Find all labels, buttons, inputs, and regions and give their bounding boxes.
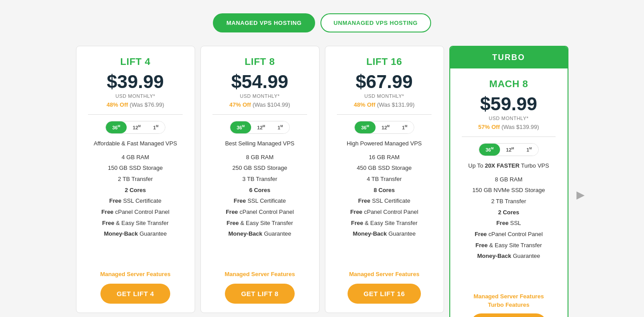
plan-lift4-features: 4 GB RAM 150 GB SSD Storage 2 TB Transfe… <box>97 152 174 240</box>
plan-lift8-was: (Was $104.99) <box>252 101 290 108</box>
plan-lift8-managed-link[interactable]: Managed Server Features <box>224 271 295 277</box>
plan-lift4-period: USD MONTHLY* <box>116 93 156 99</box>
plan-lift8-title: LIFT 8 <box>245 56 275 68</box>
list-item: Free cPanel Control Panel <box>226 207 294 218</box>
plan-lift16-billing: 36M 12M 1M <box>354 121 414 134</box>
list-item: Money-Back Guarantee <box>350 229 418 240</box>
plan-mach8-turbo-link[interactable]: Turbo Features <box>488 301 530 308</box>
list-item: Free & Easy Site Transfer <box>226 218 294 229</box>
plan-mach8-billing-12m[interactable]: 12M <box>500 144 520 156</box>
plan-mach8-period: USD MONTHLY* <box>489 116 529 121</box>
list-item: 8 GB RAM <box>226 152 294 163</box>
list-item: 4 TB Transfer <box>350 174 418 185</box>
plan-mach8-title: MACH 8 <box>489 78 528 90</box>
list-item: 250 GB SSD Storage <box>226 163 294 174</box>
plan-lift4-price: $39.99 <box>107 71 164 92</box>
list-item: Free SSL Certificate <box>350 196 418 207</box>
plan-lift16-off: 48% Off <box>354 101 375 108</box>
list-item: 8 Cores <box>350 185 418 196</box>
plan-mach8-was: (Was $139.99) <box>501 124 539 130</box>
plan-mach8-tagline-prefix: Up To <box>468 162 485 169</box>
plan-lift8-price: $54.99 <box>231 71 288 92</box>
hosting-type-tabs: MANAGED VPS HOSTING UNMANAGED VPS HOSTIN… <box>213 13 431 32</box>
plan-mach8-discount: 57% Off (Was $139.99) <box>478 124 539 130</box>
list-item: 16 GB RAM <box>350 152 418 163</box>
plan-lift8-features: 8 GB RAM 250 GB SSD Storage 3 TB Transfe… <box>221 152 298 240</box>
list-item: 8 GB RAM <box>472 174 545 185</box>
plan-lift8-off: 47% Off <box>229 101 251 108</box>
plan-lift16-was: (Was $131.99) <box>377 101 415 108</box>
plan-lift4: LIFT 4 $39.99 USD MONTHLY* 48% Off (Was … <box>76 46 195 313</box>
plan-lift4-title: LIFT 4 <box>120 56 151 68</box>
plan-mach8-billing-36m[interactable]: 36M <box>479 144 500 156</box>
plan-lift4-billing: 36M 12M 1M <box>105 121 165 134</box>
list-item: 150 GB SSD Storage <box>101 163 169 174</box>
list-item: Free cPanel Control Panel <box>350 207 418 218</box>
plan-lift4-tagline: Affordable & Fast Managed VPS <box>87 140 184 147</box>
list-item: 450 GB SSD Storage <box>350 163 418 174</box>
plan-lift8-divider <box>212 114 307 115</box>
plan-mach8-tagline: Up To 20X FASTER Turbo VPS <box>461 162 556 169</box>
list-item: Free cPanel Control Panel <box>101 207 169 218</box>
plan-mach8-managed-link[interactable]: Managed Server Features <box>473 293 544 300</box>
managed-vps-tab[interactable]: MANAGED VPS HOSTING <box>213 13 315 32</box>
list-item: 2 Cores <box>472 207 545 218</box>
list-item: Free & Easy Site Transfer <box>101 218 169 229</box>
next-arrow[interactable]: ▶ <box>576 189 584 201</box>
list-item: 3 TB Transfer <box>226 174 294 185</box>
plan-lift4-billing-12m[interactable]: 12M <box>127 121 147 133</box>
list-item: Free SSL Certificate <box>226 196 294 207</box>
list-item: Free SSL <box>472 218 545 229</box>
list-item: Free & Easy Site Transfer <box>472 240 545 251</box>
plan-lift4-billing-1m[interactable]: 1M <box>147 121 165 133</box>
list-item: 2 TB Transfer <box>472 196 545 207</box>
turbo-banner: TURBO <box>450 47 568 68</box>
plan-lift4-was: (Was $76.99) <box>130 101 164 108</box>
list-item: Money-Back Guarantee <box>226 229 294 240</box>
plan-lift16-billing-1m[interactable]: 1M <box>396 121 414 133</box>
list-item: Free & Easy Site Transfer <box>350 218 418 229</box>
plan-lift4-discount: 48% Off (Was $76.99) <box>107 101 164 108</box>
plan-lift8-billing-36m[interactable]: 36M <box>230 121 251 133</box>
plan-lift4-cta[interactable]: GET LIFT 4 <box>100 284 170 304</box>
plan-lift16-period: USD MONTHLY* <box>364 93 404 99</box>
plan-lift4-divider <box>88 114 183 115</box>
plan-lift16-title: LIFT 16 <box>366 56 402 68</box>
plan-lift16-billing-36m[interactable]: 36M <box>355 121 375 133</box>
unmanaged-vps-tab[interactable]: UNMANAGED VPS HOSTING <box>320 13 431 32</box>
plan-lift4-billing-36m[interactable]: 36M <box>106 121 126 133</box>
list-item: Money-Back Guarantee <box>472 251 545 262</box>
plan-lift16: LIFT 16 $67.99 USD MONTHLY* 48% Off (Was… <box>325 46 444 313</box>
list-item: Free SSL Certificate <box>101 196 169 207</box>
plan-mach8-off: 57% Off <box>478 124 500 130</box>
plan-lift8-billing-1m[interactable]: 1M <box>272 121 289 133</box>
plan-lift4-managed-link[interactable]: Managed Server Features <box>100 271 170 277</box>
plan-lift8-billing: 36M 12M 1M <box>230 121 289 134</box>
plan-mach8-price: $59.99 <box>480 93 537 115</box>
list-item: Free cPanel Control Panel <box>472 229 545 240</box>
plan-lift8-tagline: Best Selling Managed VPS <box>218 140 301 147</box>
plan-mach8-tagline-suffix: Turbo VPS <box>520 162 549 169</box>
plan-mach8-billing: 36M 12M 1M <box>479 143 538 156</box>
plan-lift8-cta[interactable]: GET LIFT 8 <box>225 284 294 304</box>
plan-mach8-tagline-bold: 20X FASTER <box>485 162 520 169</box>
list-item: 150 GB NVMe SSD Storage <box>472 185 545 196</box>
plan-mach8-divider <box>462 136 556 137</box>
plan-mach8: TURBO MACH 8 $59.99 USD MONTHLY* 57% Off… <box>449 46 568 317</box>
plan-mach8-features: 8 GB RAM 150 GB NVMe SSD Storage 2 TB Tr… <box>468 174 549 262</box>
list-item: Money-Back Guarantee <box>101 229 169 240</box>
plan-mach8-billing-1m[interactable]: 1M <box>520 144 538 156</box>
plan-lift16-discount: 48% Off (Was $131.99) <box>354 101 415 108</box>
plan-lift16-cta[interactable]: GET LIFT 16 <box>348 284 421 304</box>
plan-lift8-billing-12m[interactable]: 12M <box>251 121 272 133</box>
plan-lift16-billing-12m[interactable]: 12M <box>376 121 396 133</box>
plan-lift16-divider <box>337 114 432 115</box>
plan-lift8-discount: 47% Off (Was $104.99) <box>229 101 290 108</box>
plan-lift8: LIFT 8 $54.99 USD MONTHLY* 47% Off (Was … <box>200 46 320 313</box>
plan-lift16-tagline: High Powered Managed VPS <box>340 140 429 147</box>
list-item: 6 Cores <box>226 185 294 196</box>
plan-lift16-managed-link[interactable]: Managed Server Features <box>349 271 419 277</box>
plan-mach8-cta[interactable]: GET MACH 8 <box>471 313 547 317</box>
plans-container: LIFT 4 $39.99 USD MONTHLY* 48% Off (Was … <box>73 46 571 317</box>
plan-lift16-price: $67.99 <box>356 71 412 92</box>
